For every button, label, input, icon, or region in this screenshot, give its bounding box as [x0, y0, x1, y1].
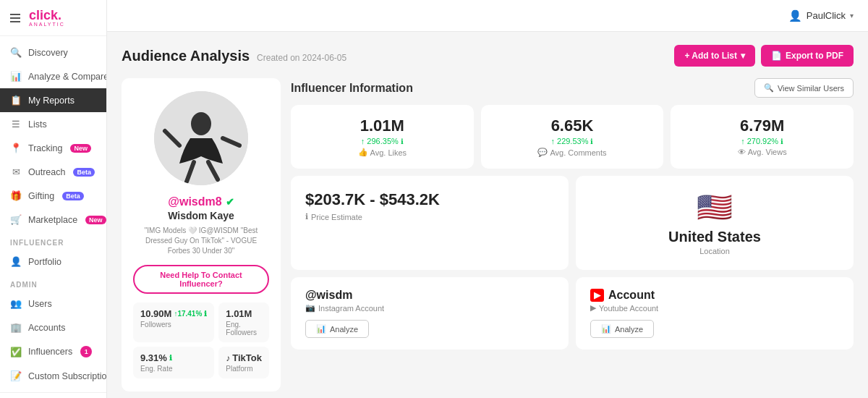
sidebar-item-analyze[interactable]: 📊 Analyze & Compare: [0, 64, 106, 88]
sidebar-item-marketplace[interactable]: 🛒 Marketplace New: [0, 208, 106, 232]
sidebar-help: Need help? hello@clickanalytic.com: [0, 392, 106, 398]
portfolio-icon: 👤: [10, 256, 22, 267]
sidebar-item-subscriptions[interactable]: 📝 Custom Subscriptions: [0, 364, 106, 388]
marketplace-badge: New: [85, 216, 106, 224]
title-area: Audience Analysis Created on 2024-06-05: [122, 48, 346, 64]
followers-stat: 10.90M ↑17.41% ℹ Followers: [133, 302, 214, 342]
influencers-count-badge: 1: [80, 346, 92, 357]
hamburger-menu[interactable]: [10, 14, 20, 22]
youtube-icon: ▶: [590, 289, 604, 302]
profile-card: @wisdm8 ✔ Wisdom Kaye "IMG Models 🤍 IG@W…: [122, 78, 281, 391]
influencer-info-header: Influencer Information 🔍 View Similar Us…: [291, 78, 854, 98]
sidebar-item-accounts[interactable]: 🏢 Accounts: [0, 316, 106, 339]
sidebar-item-reports[interactable]: 📋 My Reports: [0, 88, 106, 112]
flag-icon: 🇺🇸: [697, 190, 733, 224]
followers-info-icon[interactable]: ℹ: [204, 310, 207, 318]
avatar: [154, 91, 248, 185]
sidebar-item-lists[interactable]: ☰ Lists: [0, 112, 106, 136]
pdf-icon: 📄: [771, 51, 782, 61]
avg-comments-card: 6.65K ↑ 229.53% ℹ 💬 Avg. Comments: [481, 105, 664, 169]
add-to-list-button[interactable]: + Add to List ▾: [674, 45, 755, 67]
reports-icon: 📋: [10, 95, 22, 106]
gifting-badge: Beta: [62, 192, 84, 200]
verified-icon: ✔: [226, 196, 234, 208]
subscriptions-icon: 📝: [10, 371, 22, 381]
logo-area: click. ANALYTIC: [0, 0, 106, 36]
analyze-icon: 📊: [10, 71, 22, 82]
user-name: PaulClick: [807, 10, 846, 21]
tracking-badge: New: [70, 144, 91, 153]
admin-section-label: ADMIN: [0, 274, 106, 292]
comments-info-icon[interactable]: ℹ: [590, 137, 593, 145]
logo: click. ANALYTIC: [29, 9, 65, 27]
page-created: Created on 2024-06-05: [257, 53, 346, 63]
sidebar-item-portfolio[interactable]: 👤 Portfolio: [0, 250, 106, 274]
profile-name: Wisdom Kaye: [168, 210, 234, 221]
price-card: $203.7K - $543.2K ℹ Price Estimate: [291, 176, 569, 270]
bottom-row: $203.7K - $543.2K ℹ Price Estimate 🇺🇸 Un…: [291, 176, 854, 270]
up-arrow-icon: ↑: [551, 137, 556, 145]
topbar: 👤 PaulClick ▾: [107, 0, 868, 32]
user-icon: 👤: [788, 9, 802, 22]
up-arrow-icon: ↑: [361, 137, 365, 145]
analysis-grid: @wisdm8 ✔ Wisdom Kaye "IMG Models 🤍 IG@W…: [122, 78, 854, 391]
sidebar-item-discovery[interactable]: 🔍 Discovery: [0, 41, 106, 64]
gifting-icon: 🎁: [10, 190, 22, 201]
account-cards-row: @wisdm 📷 Instagram Account 📊 Analyze ▶: [291, 277, 854, 350]
eng-rate-stat: 9.31% ℹ Eng. Rate: [133, 347, 214, 378]
eng-followers-stat: 1.01M Eng. Followers: [218, 302, 269, 342]
svg-point-1: [191, 112, 211, 135]
youtube-analyze-button[interactable]: 📊 Analyze: [590, 320, 654, 338]
discovery-icon: 🔍: [10, 47, 22, 58]
analyze-icon: 📊: [316, 324, 326, 334]
sidebar-item-users[interactable]: 👥 Users: [0, 292, 106, 316]
sidebar-item-influencers[interactable]: ✅ Influencers 1: [0, 339, 106, 364]
right-panel: Influencer Information 🔍 View Similar Us…: [291, 78, 854, 391]
instagram-account-card: @wisdm 📷 Instagram Account 📊 Analyze: [291, 277, 569, 350]
main-area: 👤 PaulClick ▾ Audience Analysis Created …: [107, 0, 868, 398]
sidebar-item-outreach[interactable]: ✉ Outreach Beta: [0, 160, 106, 184]
chevron-down-icon: ▾: [850, 12, 854, 20]
influencer-section-label: INFLUENCER: [0, 232, 106, 250]
avatar-svg: [154, 91, 248, 185]
thumbs-up-icon: 👍: [358, 148, 368, 157]
profile-stats: 10.90M ↑17.41% ℹ Followers 1.01M Eng. Fo…: [133, 302, 269, 378]
info-icon: ℹ: [305, 212, 308, 221]
likes-info-icon[interactable]: ℹ: [401, 137, 404, 145]
view-similar-button[interactable]: 🔍 View Similar Users: [754, 78, 854, 98]
views-info-icon[interactable]: ℹ: [780, 137, 783, 145]
eng-rate-info-icon[interactable]: ℹ: [169, 354, 172, 362]
location-label: Location: [699, 247, 730, 255]
sidebar-nav: 🔍 Discovery 📊 Analyze & Compare 📋 My Rep…: [0, 36, 106, 392]
youtube-account-card: ▶ Account ▶ Youtube Account 📊 Analyze: [576, 277, 854, 350]
lists-icon: ☰: [10, 119, 22, 130]
accounts-icon: 🏢: [10, 322, 22, 333]
metrics-row: 1.01M ↑ 296.35% ℹ 👍 Avg. Likes 6.65K: [291, 105, 854, 169]
comment-icon: 💬: [537, 148, 548, 157]
outreach-icon: ✉: [10, 166, 22, 177]
export-pdf-button[interactable]: 📄 Export to PDF: [761, 45, 854, 67]
instagram-analyze-button[interactable]: 📊 Analyze: [305, 320, 369, 338]
marketplace-icon: 🛒: [10, 214, 22, 225]
tracking-icon: 📍: [10, 143, 22, 153]
instagram-icon: 📷: [305, 303, 315, 313]
search-icon: 🔍: [764, 83, 774, 93]
location-card: 🇺🇸 United States Location: [576, 176, 854, 270]
platform-stat: ♪ TikTok Platform: [218, 347, 269, 378]
contact-influencer-button[interactable]: Need Help To Contact Influencer?: [133, 265, 269, 294]
sidebar-item-gifting[interactable]: 🎁 Gifting Beta: [0, 184, 106, 208]
avg-views-card: 6.79M ↑ 270.92% ℹ 👁 Avg. Views: [671, 105, 854, 169]
sidebar-item-tracking[interactable]: 📍 Tracking New: [0, 136, 106, 160]
price-estimate: $203.7K - $543.2K: [305, 190, 554, 209]
sidebar: click. ANALYTIC 🔍 Discovery 📊 Analyze & …: [0, 0, 107, 398]
eye-icon: 👁: [738, 148, 746, 156]
page-header: Audience Analysis Created on 2024-06-05 …: [122, 45, 854, 67]
youtube-platform-icon: ▶: [590, 303, 596, 313]
analyze-icon: 📊: [601, 324, 611, 334]
up-arrow-icon: ↑: [741, 137, 745, 145]
influencers-icon: ✅: [10, 347, 22, 357]
users-icon: 👥: [10, 298, 22, 309]
header-actions: + Add to List ▾ 📄 Export to PDF: [674, 45, 854, 67]
main-content: Audience Analysis Created on 2024-06-05 …: [107, 32, 868, 398]
user-menu[interactable]: 👤 PaulClick ▾: [788, 9, 854, 22]
